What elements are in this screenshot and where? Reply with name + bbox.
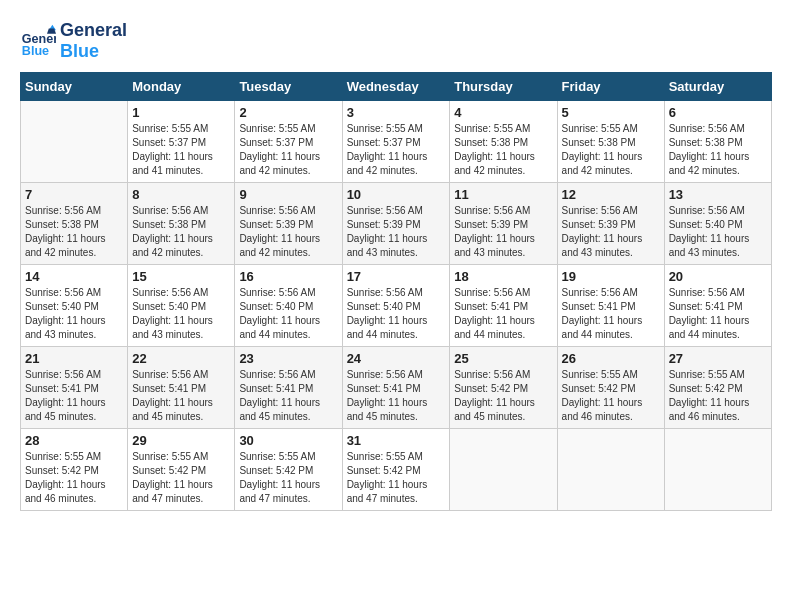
day-info: Sunrise: 5:56 AM Sunset: 5:42 PM Dayligh…	[454, 368, 552, 424]
logo-icon: General Blue	[20, 23, 56, 59]
day-info: Sunrise: 5:56 AM Sunset: 5:41 PM Dayligh…	[25, 368, 123, 424]
day-info: Sunrise: 5:56 AM Sunset: 5:40 PM Dayligh…	[132, 286, 230, 342]
calendar-cell: 4Sunrise: 5:55 AM Sunset: 5:38 PM Daylig…	[450, 101, 557, 183]
column-header-thursday: Thursday	[450, 73, 557, 101]
calendar-cell: 6Sunrise: 5:56 AM Sunset: 5:38 PM Daylig…	[664, 101, 771, 183]
day-number: 16	[239, 269, 337, 284]
calendar-cell: 3Sunrise: 5:55 AM Sunset: 5:37 PM Daylig…	[342, 101, 450, 183]
calendar-week-row: 1Sunrise: 5:55 AM Sunset: 5:37 PM Daylig…	[21, 101, 772, 183]
day-info: Sunrise: 5:55 AM Sunset: 5:42 PM Dayligh…	[132, 450, 230, 506]
day-number: 10	[347, 187, 446, 202]
calendar-cell	[21, 101, 128, 183]
logo-text-general: General	[60, 20, 127, 41]
day-number: 25	[454, 351, 552, 366]
day-info: Sunrise: 5:55 AM Sunset: 5:42 PM Dayligh…	[562, 368, 660, 424]
day-number: 26	[562, 351, 660, 366]
calendar-cell	[450, 429, 557, 511]
day-number: 3	[347, 105, 446, 120]
calendar-cell: 17Sunrise: 5:56 AM Sunset: 5:40 PM Dayli…	[342, 265, 450, 347]
day-number: 13	[669, 187, 767, 202]
day-info: Sunrise: 5:55 AM Sunset: 5:42 PM Dayligh…	[239, 450, 337, 506]
calendar-cell: 2Sunrise: 5:55 AM Sunset: 5:37 PM Daylig…	[235, 101, 342, 183]
calendar-cell: 31Sunrise: 5:55 AM Sunset: 5:42 PM Dayli…	[342, 429, 450, 511]
day-info: Sunrise: 5:55 AM Sunset: 5:37 PM Dayligh…	[347, 122, 446, 178]
calendar-cell	[557, 429, 664, 511]
day-number: 23	[239, 351, 337, 366]
calendar-cell: 29Sunrise: 5:55 AM Sunset: 5:42 PM Dayli…	[128, 429, 235, 511]
calendar-cell: 10Sunrise: 5:56 AM Sunset: 5:39 PM Dayli…	[342, 183, 450, 265]
day-info: Sunrise: 5:56 AM Sunset: 5:39 PM Dayligh…	[454, 204, 552, 260]
calendar-cell: 26Sunrise: 5:55 AM Sunset: 5:42 PM Dayli…	[557, 347, 664, 429]
column-header-friday: Friday	[557, 73, 664, 101]
day-number: 21	[25, 351, 123, 366]
calendar-cell: 16Sunrise: 5:56 AM Sunset: 5:40 PM Dayli…	[235, 265, 342, 347]
calendar-cell: 8Sunrise: 5:56 AM Sunset: 5:38 PM Daylig…	[128, 183, 235, 265]
day-info: Sunrise: 5:56 AM Sunset: 5:41 PM Dayligh…	[562, 286, 660, 342]
day-number: 9	[239, 187, 337, 202]
calendar-cell: 18Sunrise: 5:56 AM Sunset: 5:41 PM Dayli…	[450, 265, 557, 347]
calendar-cell: 7Sunrise: 5:56 AM Sunset: 5:38 PM Daylig…	[21, 183, 128, 265]
calendar-week-row: 21Sunrise: 5:56 AM Sunset: 5:41 PM Dayli…	[21, 347, 772, 429]
day-number: 6	[669, 105, 767, 120]
day-number: 7	[25, 187, 123, 202]
calendar-cell: 30Sunrise: 5:55 AM Sunset: 5:42 PM Dayli…	[235, 429, 342, 511]
day-info: Sunrise: 5:55 AM Sunset: 5:42 PM Dayligh…	[347, 450, 446, 506]
calendar-cell: 28Sunrise: 5:55 AM Sunset: 5:42 PM Dayli…	[21, 429, 128, 511]
calendar-cell: 22Sunrise: 5:56 AM Sunset: 5:41 PM Dayli…	[128, 347, 235, 429]
calendar-cell: 1Sunrise: 5:55 AM Sunset: 5:37 PM Daylig…	[128, 101, 235, 183]
day-number: 31	[347, 433, 446, 448]
calendar-cell: 5Sunrise: 5:55 AM Sunset: 5:38 PM Daylig…	[557, 101, 664, 183]
day-number: 15	[132, 269, 230, 284]
calendar-cell: 25Sunrise: 5:56 AM Sunset: 5:42 PM Dayli…	[450, 347, 557, 429]
day-number: 22	[132, 351, 230, 366]
day-number: 20	[669, 269, 767, 284]
calendar-table: SundayMondayTuesdayWednesdayThursdayFrid…	[20, 72, 772, 511]
column-header-sunday: Sunday	[21, 73, 128, 101]
calendar-cell: 12Sunrise: 5:56 AM Sunset: 5:39 PM Dayli…	[557, 183, 664, 265]
day-info: Sunrise: 5:56 AM Sunset: 5:39 PM Dayligh…	[562, 204, 660, 260]
column-header-monday: Monday	[128, 73, 235, 101]
column-header-wednesday: Wednesday	[342, 73, 450, 101]
day-info: Sunrise: 5:55 AM Sunset: 5:38 PM Dayligh…	[454, 122, 552, 178]
calendar-week-row: 28Sunrise: 5:55 AM Sunset: 5:42 PM Dayli…	[21, 429, 772, 511]
day-number: 17	[347, 269, 446, 284]
day-number: 5	[562, 105, 660, 120]
calendar-header-row: SundayMondayTuesdayWednesdayThursdayFrid…	[21, 73, 772, 101]
day-number: 19	[562, 269, 660, 284]
day-number: 29	[132, 433, 230, 448]
calendar-cell: 9Sunrise: 5:56 AM Sunset: 5:39 PM Daylig…	[235, 183, 342, 265]
calendar-cell: 13Sunrise: 5:56 AM Sunset: 5:40 PM Dayli…	[664, 183, 771, 265]
day-info: Sunrise: 5:56 AM Sunset: 5:39 PM Dayligh…	[347, 204, 446, 260]
svg-text:Blue: Blue	[22, 44, 49, 58]
day-info: Sunrise: 5:56 AM Sunset: 5:40 PM Dayligh…	[25, 286, 123, 342]
page-header: General Blue General Blue	[20, 20, 772, 62]
calendar-cell: 24Sunrise: 5:56 AM Sunset: 5:41 PM Dayli…	[342, 347, 450, 429]
day-number: 12	[562, 187, 660, 202]
calendar-week-row: 14Sunrise: 5:56 AM Sunset: 5:40 PM Dayli…	[21, 265, 772, 347]
calendar-cell: 15Sunrise: 5:56 AM Sunset: 5:40 PM Dayli…	[128, 265, 235, 347]
logo: General Blue General Blue	[20, 20, 127, 62]
day-info: Sunrise: 5:56 AM Sunset: 5:39 PM Dayligh…	[239, 204, 337, 260]
column-header-saturday: Saturday	[664, 73, 771, 101]
day-info: Sunrise: 5:55 AM Sunset: 5:42 PM Dayligh…	[25, 450, 123, 506]
day-number: 1	[132, 105, 230, 120]
day-number: 2	[239, 105, 337, 120]
day-number: 18	[454, 269, 552, 284]
day-info: Sunrise: 5:56 AM Sunset: 5:38 PM Dayligh…	[25, 204, 123, 260]
calendar-cell: 20Sunrise: 5:56 AM Sunset: 5:41 PM Dayli…	[664, 265, 771, 347]
day-info: Sunrise: 5:56 AM Sunset: 5:41 PM Dayligh…	[132, 368, 230, 424]
day-info: Sunrise: 5:56 AM Sunset: 5:40 PM Dayligh…	[347, 286, 446, 342]
day-number: 28	[25, 433, 123, 448]
calendar-cell: 21Sunrise: 5:56 AM Sunset: 5:41 PM Dayli…	[21, 347, 128, 429]
day-info: Sunrise: 5:56 AM Sunset: 5:40 PM Dayligh…	[669, 204, 767, 260]
day-info: Sunrise: 5:55 AM Sunset: 5:37 PM Dayligh…	[239, 122, 337, 178]
day-info: Sunrise: 5:56 AM Sunset: 5:41 PM Dayligh…	[669, 286, 767, 342]
day-info: Sunrise: 5:56 AM Sunset: 5:41 PM Dayligh…	[239, 368, 337, 424]
day-info: Sunrise: 5:56 AM Sunset: 5:41 PM Dayligh…	[454, 286, 552, 342]
calendar-cell: 11Sunrise: 5:56 AM Sunset: 5:39 PM Dayli…	[450, 183, 557, 265]
day-number: 24	[347, 351, 446, 366]
day-info: Sunrise: 5:55 AM Sunset: 5:42 PM Dayligh…	[669, 368, 767, 424]
logo-text-blue: Blue	[60, 41, 127, 62]
day-info: Sunrise: 5:56 AM Sunset: 5:38 PM Dayligh…	[669, 122, 767, 178]
day-number: 14	[25, 269, 123, 284]
